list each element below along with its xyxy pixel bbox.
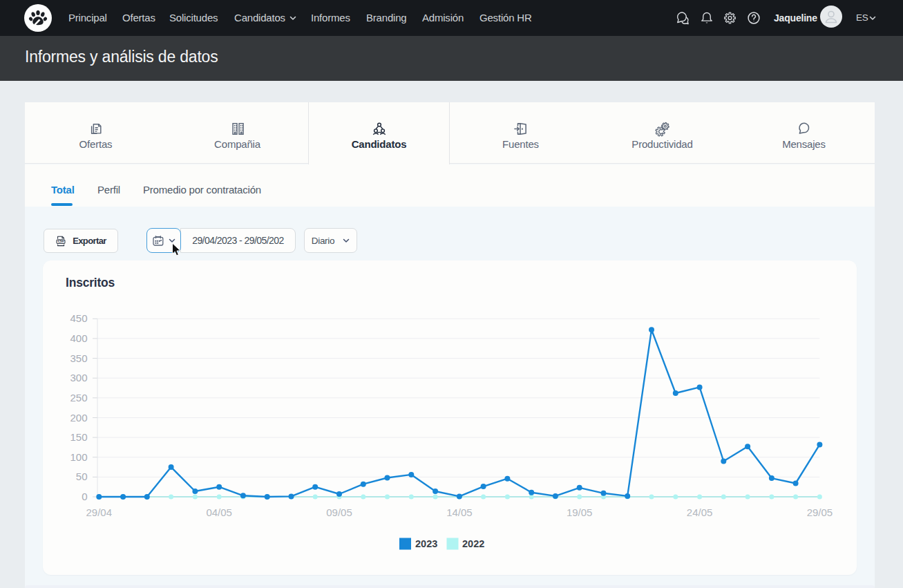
svg-text:300: 300 — [70, 372, 87, 383]
svg-text:09/05: 09/05 — [326, 506, 352, 518]
svg-text:24/05: 24/05 — [687, 506, 713, 518]
svg-text:50: 50 — [76, 471, 88, 482]
svg-text:2022: 2022 — [462, 538, 484, 549]
svg-text:04/05: 04/05 — [206, 506, 232, 518]
svg-text:450: 450 — [70, 312, 87, 324]
svg-text:14/05: 14/05 — [446, 506, 473, 518]
svg-text:29/05: 29/05 — [807, 506, 833, 518]
svg-text:29/04: 29/04 — [86, 506, 113, 518]
svg-text:150: 150 — [70, 431, 87, 443]
svg-text:19/05: 19/05 — [567, 506, 593, 518]
svg-text:250: 250 — [70, 392, 87, 404]
svg-text:100: 100 — [70, 451, 87, 463]
svg-text:CSV: CSV — [58, 240, 65, 243]
svg-text:2023: 2023 — [415, 538, 437, 549]
svg-text:400: 400 — [70, 332, 87, 344]
svg-text:0: 0 — [82, 491, 87, 502]
svg-text:350: 350 — [70, 352, 87, 364]
svg-text:200: 200 — [70, 412, 87, 424]
